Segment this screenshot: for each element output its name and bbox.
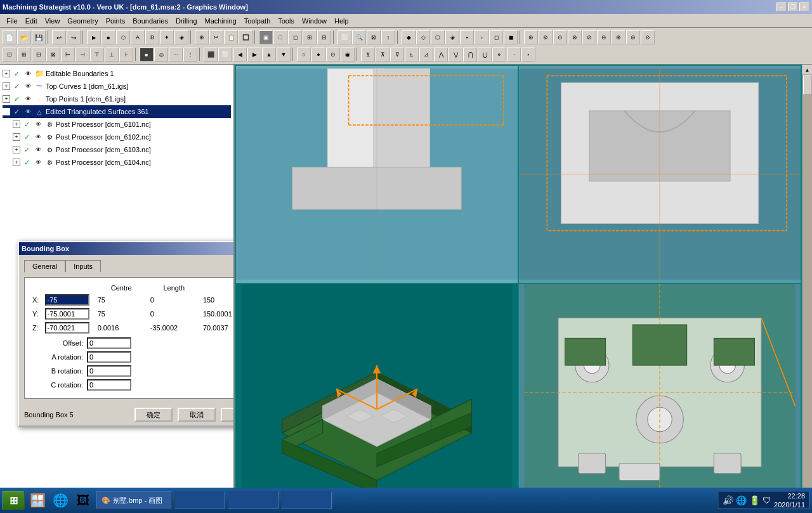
viewport-bottom-right[interactable] [519,284,801,501]
taskbar-icon-3[interactable]: 🖼 [73,490,93,510]
a-rotation-input[interactable] [87,351,131,363]
tb-redo[interactable]: ↪ [67,30,81,44]
tb2-3[interactable]: ⊟ [32,48,46,62]
tb2-m8[interactable]: ⋂ [463,48,477,62]
z-min-input[interactable] [45,322,89,334]
menu-window[interactable]: Window [298,16,331,26]
menu-tools[interactable]: Tools [274,16,298,26]
tb-btn13[interactable]: 🔲 [239,30,252,44]
tb-view1[interactable]: ▣ [259,30,273,44]
taskbar-item-4[interactable] [281,491,332,509]
tb2-5[interactable]: ⊢ [61,48,75,62]
expand-icon[interactable]: + [13,146,20,153]
tb-misc8[interactable]: ⊜ [626,30,640,44]
menu-edit[interactable]: Edit [22,16,41,26]
tb2-m10[interactable]: ⋄ [492,48,506,62]
tree-item-edited-surfaces[interactable]: - ✓ 👁 △ Edited Triangulated Surfaces 361 [3,105,231,118]
tree-item-post-4[interactable]: + ✓ 👁 ⚙ Post Processor [dcm_6104.nc] [13,156,231,169]
taskbar-active-window[interactable]: 🎨 别墅.bmp - 画图 [96,491,172,509]
tb2-8[interactable]: ⊥ [105,48,119,62]
tb2-s3[interactable]: ⊙ [326,48,340,62]
tree-item-top-curves[interactable]: + ✓ 👁 〜 Top Curves 1 [dcm_61.igs] [3,80,231,93]
tb2-m1[interactable]: ⊻ [361,48,375,62]
taskbar-icon-2[interactable]: 🌐 [50,490,70,510]
tb-misc1[interactable]: ⊛ [524,30,538,44]
tb-misc6[interactable]: ⊖ [597,30,611,44]
cancel-button[interactable]: 取消 [178,408,216,422]
tb2-r6[interactable]: ▼ [277,48,291,62]
tb2-m12[interactable]: ⋆ [521,48,535,62]
tb-misc7[interactable]: ⊕ [612,30,625,44]
tb-3d2[interactable]: ◇ [416,30,430,44]
tb-misc3[interactable]: ⊙ [553,30,567,44]
tab-general[interactable]: General [24,260,65,273]
tb2-snap3[interactable]: ⋯ [169,48,183,62]
row-z-input1[interactable] [43,321,95,335]
menu-drilling[interactable]: Drilling [172,16,201,26]
menu-geometry[interactable]: Geometry [63,16,102,26]
start-button[interactable]: ⊞ [3,491,25,510]
tb-misc9[interactable]: ⊝ [641,30,655,44]
row-y-input1[interactable] [43,307,95,321]
scroll-up-button[interactable]: ▲ [802,65,813,75]
menu-file[interactable]: File [3,16,22,26]
tb-zoom1[interactable]: ⬜ [337,30,351,44]
tb-zoom2[interactable]: 🔍 [352,30,366,44]
tb2-snap1[interactable]: ■ [140,48,154,62]
tb-3d1[interactable]: ◆ [402,30,416,44]
scroll-thumb[interactable] [803,75,812,94]
tb2-1[interactable]: ⊡ [3,48,16,62]
tb-btn4[interactable]: ■ [102,30,115,44]
tb2-s4[interactable]: ◉ [341,48,355,62]
tb-btn11[interactable]: ✂ [209,30,223,44]
expand-icon[interactable]: + [3,95,10,103]
menu-points[interactable]: Points [102,16,129,26]
tb-3d6[interactable]: ▫ [475,30,488,44]
tree-item-editable-boundaries[interactable]: + ✓ 👁 📁 Editable Boundaries 1 [3,67,231,80]
right-scrollbar[interactable]: ▲ ▼ [802,65,812,502]
tb-btn12[interactable]: 📋 [224,30,238,44]
tb2-2[interactable]: ⊞ [17,48,31,62]
tb-misc5[interactable]: ⊘ [582,30,596,44]
tb-view3[interactable]: ◻ [288,30,302,44]
tb2-6[interactable]: ⊣ [75,48,89,62]
tb-zoom4[interactable]: ↕ [381,30,395,44]
tb2-m11[interactable]: ⋅ [507,48,521,62]
expand-icon[interactable]: + [13,120,20,128]
minimize-button[interactable]: − [776,3,787,11]
tb-btn3[interactable]: ▶ [87,30,101,44]
tb2-r1[interactable]: ⬛ [204,48,218,62]
row-x-input1[interactable] [43,293,95,307]
tb-3d4[interactable]: ◈ [445,30,459,44]
tb2-7[interactable]: ⊤ [90,48,104,62]
tb-3d5[interactable]: ▪ [460,30,474,44]
tb-3d7[interactable]: ◻ [489,30,503,44]
menu-help[interactable]: Help [331,16,353,26]
ok-button[interactable]: 确定 [134,408,173,422]
tb2-m3[interactable]: ⊽ [390,48,404,62]
tb2-r2[interactable]: ⬜ [218,48,232,62]
b-rotation-input[interactable] [87,365,131,377]
taskbar-item-2[interactable] [174,491,225,509]
menu-toolpath[interactable]: Toolpath [240,16,275,26]
tb-save[interactable]: 💾 [32,30,46,44]
menu-machining[interactable]: Machining [201,16,240,26]
y-min-input[interactable] [45,308,89,320]
tb-undo[interactable]: ↩ [52,30,66,44]
tab-inputs[interactable]: Inputs [65,260,101,272]
tb-view4[interactable]: ⊞ [303,30,317,44]
taskbar-item-3[interactable] [228,491,278,509]
tb2-4[interactable]: ⊠ [46,48,60,62]
tb2-snap2[interactable]: ◎ [154,48,168,62]
expand-icon[interactable]: - [3,108,10,115]
offset-input[interactable] [87,337,131,349]
expand-icon[interactable]: + [13,159,20,166]
expand-icon[interactable]: + [3,82,10,90]
tb-open[interactable]: 📂 [17,30,31,44]
tree-item-top-points[interactable]: + ✓ 👁 · Top Points 1 [dcm_61.igs] [3,93,231,105]
help-button[interactable]: 帮助 [221,408,235,422]
tb-btn6[interactable]: A [131,30,145,44]
tree-item-post-3[interactable]: + ✓ 👁 ⚙ Post Processor [dcm_6103.nc] [13,143,231,156]
expand-icon[interactable]: + [13,133,20,141]
viewport-top-right[interactable] [519,66,801,283]
